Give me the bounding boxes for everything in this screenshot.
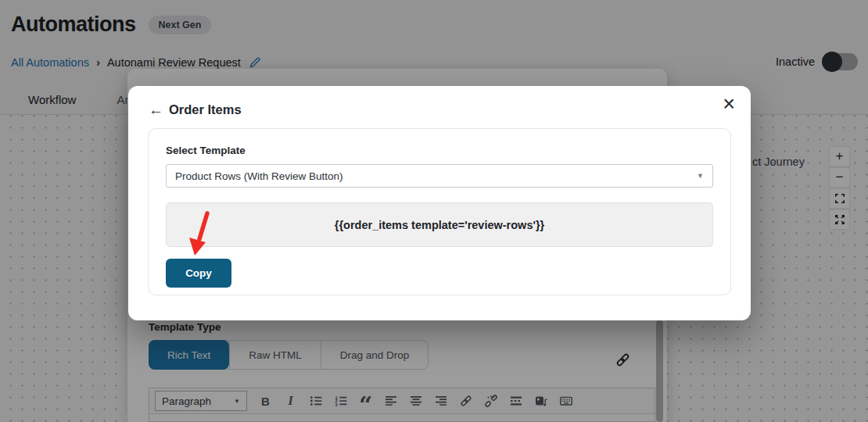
template-card: Select Template Product Rows (With Revie… xyxy=(148,128,731,295)
order-items-modal: ← Order Items × Select Template Product … xyxy=(128,86,751,320)
merge-tag-box: {{order_items template='review-rows'}} xyxy=(166,202,713,247)
copy-button[interactable]: Copy xyxy=(166,259,231,288)
modal-title: Order Items xyxy=(169,102,242,117)
close-icon[interactable]: × xyxy=(723,94,735,115)
template-select-value: Product Rows (With Review Button) xyxy=(175,170,343,182)
template-select[interactable]: Product Rows (With Review Button) ▼ xyxy=(166,164,713,188)
select-template-label: Select Template xyxy=(166,145,246,156)
back-arrow-icon[interactable]: ← xyxy=(149,102,163,119)
merge-tag-text: {{order_items template='review-rows'}} xyxy=(335,219,544,231)
chevron-down-icon: ▼ xyxy=(697,172,704,180)
